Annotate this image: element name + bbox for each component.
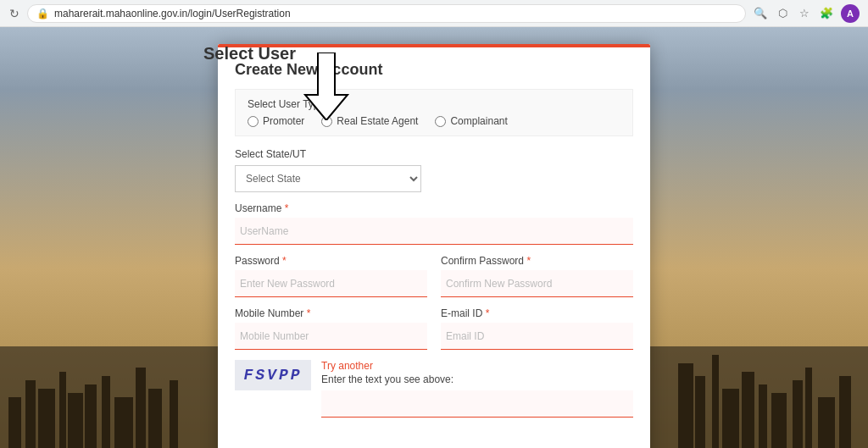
email-group: E-mail ID * (441, 307, 633, 350)
try-another-link[interactable]: Try another (321, 360, 633, 372)
state-select[interactable]: Select State (235, 165, 421, 192)
password-label: Password * (235, 255, 427, 267)
confirm-password-group: Confirm Password * (441, 255, 633, 297)
radio-promoter[interactable]: Promoter (248, 115, 304, 127)
captcha-input[interactable] (321, 390, 633, 418)
state-label: Select State/UT (235, 148, 633, 160)
username-input[interactable] (235, 218, 633, 245)
password-group: Password * (235, 255, 427, 297)
captcha-instruction: Enter the text you see above: (321, 373, 633, 385)
url-bar[interactable]: 🔒 maharerait.mahaonline.gov.in/login/Use… (27, 4, 746, 23)
card-container: Create New Account Select User Type : * … (0, 27, 868, 448)
radio-complainant-input[interactable] (435, 116, 446, 127)
radio-group: Promoter Real Estate Agent Complainant (248, 115, 620, 127)
registration-card: Create New Account Select User Type : * … (218, 44, 650, 448)
contact-row: Mobile Number * E-mail ID * (235, 307, 633, 350)
radio-complainant[interactable]: Complainant (435, 115, 507, 127)
username-section: Username * (235, 202, 633, 245)
password-row: Password * Confirm Password * (235, 255, 633, 297)
card-body: Select User Type : * Promoter Real Estat… (218, 89, 650, 441)
radio-promoter-label: Promoter (263, 115, 304, 127)
email-label: E-mail ID * (441, 307, 633, 319)
username-required: * (285, 202, 289, 214)
user-type-label: Select User Type : * (248, 98, 620, 110)
card-title: Create New Account (235, 61, 633, 79)
username-group: Username * (235, 202, 633, 245)
radio-complainant-label: Complainant (450, 115, 507, 127)
avatar[interactable]: A (841, 4, 860, 23)
captcha-section: FSVPP Try another Enter the text you see… (235, 360, 633, 418)
radio-promoter-input[interactable] (248, 116, 259, 127)
button-row: Create User Go to Login (218, 441, 650, 448)
captcha-image: FSVPP (235, 360, 311, 390)
state-section: Select State/UT Select State (235, 148, 633, 192)
extensions-icon[interactable]: 🧩 (819, 6, 834, 21)
password-input[interactable] (235, 270, 427, 297)
radio-real-estate-agent[interactable]: Real Estate Agent (321, 115, 418, 127)
radio-real-estate-label: Real Estate Agent (337, 115, 418, 127)
confirm-password-input[interactable] (441, 270, 633, 297)
card-header: Create New Account (218, 44, 650, 89)
lock-icon: 🔒 (36, 8, 49, 19)
bookmark-icon[interactable]: ☆ (797, 6, 812, 21)
username-label: Username * (235, 202, 633, 214)
mobile-group: Mobile Number * (235, 307, 427, 350)
refresh-icon[interactable]: ↻ (8, 8, 20, 19)
browser-bar: ↻ 🔒 maharerait.mahaonline.gov.in/login/U… (0, 0, 868, 27)
radio-real-estate-input[interactable] (321, 116, 332, 127)
captcha-right: Try another Enter the text you see above… (321, 360, 633, 418)
mobile-label: Mobile Number * (235, 307, 427, 319)
confirm-password-label: Confirm Password * (441, 255, 633, 267)
required-marker: * (333, 98, 337, 110)
email-input[interactable] (441, 323, 633, 350)
user-type-section: Select User Type : * Promoter Real Estat… (235, 89, 633, 136)
share-icon[interactable]: ⬡ (775, 6, 790, 21)
url-text: maharerait.mahaonline.gov.in/login/UserR… (54, 8, 291, 19)
mobile-input[interactable] (235, 323, 427, 350)
search-icon[interactable]: 🔍 (753, 6, 768, 21)
